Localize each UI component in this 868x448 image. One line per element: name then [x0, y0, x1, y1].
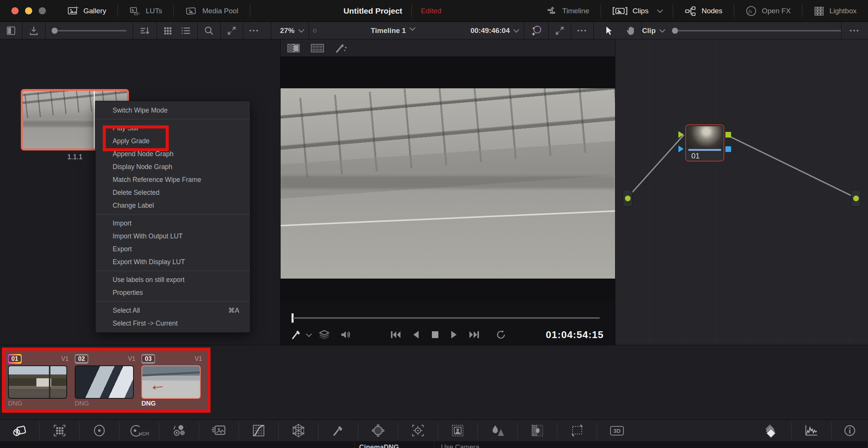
sidebar-toggle-icon[interactable]	[0, 22, 22, 39]
power-window-icon[interactable]	[358, 420, 398, 441]
tab-open-fx[interactable]: fx Open FX	[734, 0, 802, 22]
stereo-3d-icon[interactable]: 3D	[597, 420, 637, 441]
secondary-toolbar: ••• 27% Timeline 1 00:49:46:04	[0, 22, 868, 39]
more-icon[interactable]: •••	[841, 22, 868, 39]
menu-item-export[interactable]: Export	[96, 243, 250, 255]
speaker-icon[interactable]	[340, 329, 351, 340]
skip-end-icon[interactable]	[468, 330, 480, 340]
menu-item-import-with-output-lut[interactable]: Import With Output LUT	[96, 230, 250, 243]
viewer-zoom-dropdown[interactable]: 27%	[271, 22, 309, 39]
loop-icon[interactable]	[495, 329, 507, 340]
clip-thumbnail[interactable]: ←	[141, 365, 201, 399]
node-zoom-slider[interactable]	[672, 28, 841, 34]
menu-item-import[interactable]: Import	[96, 217, 250, 230]
tab-clips-label: Clips	[633, 7, 648, 15]
tab-luts[interactable]: LUTs	[118, 0, 173, 22]
tab-gallery[interactable]: Gallery	[56, 0, 118, 22]
menu-item-select-all[interactable]: Select All⌘A	[96, 304, 250, 317]
scopes-icon[interactable]	[792, 420, 831, 441]
blur-icon[interactable]	[478, 420, 517, 441]
menu-item-change-label[interactable]: Change Label	[96, 199, 250, 212]
slider-knob[interactable]	[52, 28, 58, 34]
node-key-input[interactable]	[678, 146, 684, 152]
close-window-button[interactable]	[11, 7, 19, 14]
more-icon[interactable]: •••	[571, 22, 593, 39]
grab-still-icon[interactable]	[22, 22, 45, 39]
stop-icon[interactable]	[430, 330, 439, 340]
tab-clips[interactable]: Clips	[601, 0, 673, 22]
keyframes-icon[interactable]	[752, 420, 791, 441]
grade-picker-icon[interactable]	[291, 329, 301, 340]
play-reverse-icon[interactable]	[411, 330, 421, 340]
clip-card-current[interactable]: 03 V1 ← DNG	[141, 354, 202, 407]
hdr-wheels-icon[interactable]: HDR	[119, 420, 159, 441]
viewer-canvas[interactable]	[281, 57, 615, 302]
wipe-divider[interactable]	[94, 91, 95, 149]
tab-lightbox[interactable]: Lightbox	[802, 0, 868, 22]
layers-icon[interactable]	[319, 329, 330, 340]
clip-thumbnail[interactable]	[8, 365, 67, 399]
key-icon[interactable]	[518, 420, 557, 441]
expand-icon[interactable]	[221, 22, 243, 39]
zoom-window-button[interactable]	[39, 7, 46, 14]
clip-card[interactable]: 01 V1 DNG	[8, 354, 69, 407]
menu-item-properties[interactable]: Properties	[96, 286, 250, 299]
chevron-down-icon	[298, 27, 304, 33]
color-warper-icon[interactable]	[279, 420, 318, 441]
output-node[interactable]	[851, 190, 861, 207]
clip-thumbnail[interactable]	[75, 365, 134, 399]
split-wipe-icon[interactable]	[287, 42, 300, 54]
source-node[interactable]	[623, 190, 633, 207]
skip-start-icon[interactable]	[389, 330, 402, 340]
motion-effects-icon[interactable]	[199, 420, 239, 441]
picker-chevron-icon[interactable]	[306, 331, 312, 337]
sort-icon[interactable]	[133, 22, 157, 39]
menu-item-export-with-display-lut[interactable]: Export With Display LUT	[96, 255, 250, 268]
color-boost-icon[interactable]	[524, 22, 548, 39]
clip-card[interactable]: 02 V1 DNG	[75, 354, 135, 407]
menu-item-match-reference-wipe-frame[interactable]: Match Reference Wipe Frame	[96, 173, 250, 186]
sizing-icon[interactable]	[557, 420, 597, 441]
tab-nodes[interactable]: Nodes	[673, 0, 734, 22]
info-icon[interactable]	[832, 420, 868, 441]
multi-view-icon[interactable]	[310, 42, 325, 54]
node-graph-panel[interactable]: 01	[615, 39, 868, 345]
menu-item-switch-wipe-mode[interactable]: Switch Wipe Mode	[96, 104, 250, 117]
play-forward-icon[interactable]	[449, 330, 458, 340]
menu-item-select-first-to-current[interactable]: Select First -> Current	[96, 317, 250, 330]
pointer-icon[interactable]	[594, 22, 620, 39]
qualifier-icon[interactable]	[319, 420, 358, 441]
node-mode-dropdown[interactable]: Clip	[642, 27, 656, 35]
corrector-node[interactable]: 01	[685, 124, 724, 161]
slider-track[interactable]	[58, 30, 127, 31]
minimize-window-button[interactable]	[25, 7, 32, 14]
timeline-name-dropdown[interactable]: Timeline 1	[320, 27, 465, 35]
magic-mask-icon[interactable]	[438, 420, 477, 441]
node-rgb-input[interactable]	[678, 131, 684, 138]
menu-item-use-labels-on-still-export[interactable]: Use labels on still export	[96, 273, 250, 286]
camera-raw-icon[interactable]	[0, 420, 39, 441]
list-view-icon[interactable]	[179, 22, 197, 39]
tab-timeline[interactable]: Timeline	[535, 0, 601, 22]
node-key-output[interactable]	[725, 146, 731, 152]
menu-item-delete-selected[interactable]: Delete Selected	[96, 186, 250, 199]
color-match-icon[interactable]	[40, 420, 79, 441]
enhance-wand-icon[interactable]	[334, 42, 348, 54]
menu-item-display-node-graph[interactable]: Display Node Graph	[96, 160, 250, 173]
curves-icon[interactable]	[239, 420, 278, 441]
node-rgb-output[interactable]	[725, 132, 731, 138]
grid-view-icon[interactable]	[157, 22, 179, 39]
color-wheels-icon[interactable]	[80, 420, 119, 441]
hand-icon[interactable]	[620, 22, 642, 39]
search-icon[interactable]	[198, 22, 220, 39]
tab-media-pool[interactable]: Media Pool	[174, 0, 250, 22]
clip-codec: DNG	[141, 400, 202, 407]
viewer-timecode-dropdown[interactable]: 00:49:46:04	[465, 22, 524, 39]
rgb-mixer-icon[interactable]	[159, 420, 199, 441]
thumb-size-slider[interactable]	[46, 22, 133, 39]
viewer-scrub-bar[interactable]	[293, 317, 600, 319]
hdr-label: HDR	[139, 431, 149, 437]
expand-icon[interactable]	[549, 22, 571, 39]
more-icon[interactable]: •••	[243, 22, 265, 39]
tracker-icon[interactable]	[398, 420, 438, 441]
